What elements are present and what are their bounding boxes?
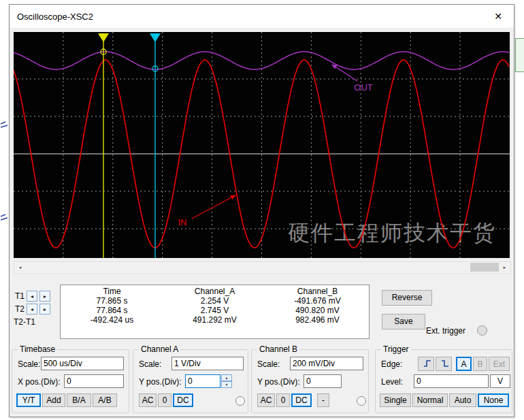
t2t1-label: T2-T1 xyxy=(14,317,35,327)
scroll-right-button[interactable]: ► xyxy=(499,262,510,272)
ba-mode-button[interactable]: B/A xyxy=(67,393,91,407)
table-cell: 2.254 V xyxy=(163,296,266,306)
scope-scrollbar[interactable]: ◄ ► xyxy=(14,261,511,274)
schematic-component xyxy=(515,38,524,72)
t2-label: T2 xyxy=(15,304,24,314)
channel-a-scale-input[interactable] xyxy=(171,357,244,370)
cursor-t1-handle-icon[interactable] xyxy=(98,33,109,42)
column-header-time: Time xyxy=(61,287,163,296)
ext-trigger-label: Ext. trigger xyxy=(426,326,465,336)
t1-left-button[interactable]: ◄ xyxy=(27,291,37,302)
trigger-level-input[interactable] xyxy=(414,374,489,388)
t2-right-button[interactable]: ► xyxy=(39,304,50,314)
channel-a-group: Channel A Scale: Y pos.(Div): ▲ ▼ AC 0 D… xyxy=(133,349,248,413)
falling-edge-icon xyxy=(440,359,450,368)
trigger-none-button[interactable]: None xyxy=(478,393,509,407)
table-cell: 2.745 V xyxy=(163,306,266,315)
scope-display: 硬件工程师技术干货 OUT IN xyxy=(14,32,510,258)
channel-b-scale-label: Scale: xyxy=(257,359,280,369)
window-title: Oscilloscope-XSC2 xyxy=(10,12,93,22)
channel-b-title: Channel B xyxy=(257,344,299,354)
title-bar[interactable]: Oscilloscope-XSC2 ✕ xyxy=(10,5,514,29)
add-mode-button[interactable]: Add xyxy=(42,393,65,407)
channel-b-dc-button[interactable]: DC xyxy=(291,393,312,407)
table-cell: -492.424 us xyxy=(61,315,163,325)
spinner-up-icon[interactable]: ▲ xyxy=(221,374,232,381)
trigger-group: Trigger Edge: A B Ext Level: V Single No… xyxy=(375,349,512,413)
table-cell: 490.820 mV xyxy=(266,306,369,315)
channel-a-ac-button[interactable]: AC xyxy=(139,393,157,407)
t2-left-button[interactable]: ◄ xyxy=(27,304,37,314)
falling-edge-button[interactable] xyxy=(436,357,452,371)
ext-trigger-indicator xyxy=(477,325,487,336)
channel-a-ypos-spinner: ▲ ▼ xyxy=(221,374,232,388)
channel-b-scale-input[interactable] xyxy=(290,357,363,370)
schematic-artifact xyxy=(1,214,8,222)
table-cell: -491.676 mV xyxy=(266,296,369,306)
timebase-scale-label: Scale: xyxy=(18,359,40,369)
timebase-scale-input[interactable] xyxy=(41,357,124,370)
scroll-left-button[interactable]: ◄ xyxy=(14,262,26,272)
ab-mode-button[interactable]: A/B xyxy=(93,393,117,407)
out-label: OUT xyxy=(354,82,373,93)
channel-b-zero-button[interactable]: 0 xyxy=(276,393,290,407)
trigger-source-b-button[interactable]: B xyxy=(473,357,487,371)
schematic-artifact xyxy=(1,121,8,129)
out-arrow-icon xyxy=(332,65,357,81)
rising-edge-button[interactable] xyxy=(418,357,434,371)
trigger-source-a-button[interactable]: A xyxy=(456,357,472,371)
channel-b-group: Channel B Scale: Y pos.(Div): AC 0 DC - xyxy=(251,349,369,413)
channel-b-indicator xyxy=(357,396,366,406)
column-header-channel-a: Channel_A xyxy=(163,287,266,296)
channel-a-ypos-input[interactable] xyxy=(185,374,220,388)
channel-a-title: Channel A xyxy=(139,344,180,354)
measurement-table: Time Channel_A Channel_B 77.865 s 2.254 … xyxy=(60,285,370,339)
table-cell: 77.864 s xyxy=(61,306,163,315)
trigger-source-ext-button[interactable]: Ext xyxy=(489,357,510,371)
yt-mode-button[interactable]: Y/T xyxy=(16,393,41,407)
screenshot-root: { "window": { "title": "Oscilloscope-XSC… xyxy=(0,0,524,420)
rising-edge-icon xyxy=(423,359,432,368)
table-cell: 491.292 mV xyxy=(163,315,266,325)
channel-a-scale-label: Scale: xyxy=(139,359,161,369)
channel-a-dc-button[interactable]: DC xyxy=(173,393,193,407)
table-cell: 77.865 s xyxy=(61,296,163,306)
save-button[interactable]: Save xyxy=(382,314,425,329)
table-cell: 982.496 mV xyxy=(266,315,369,325)
trigger-auto-button[interactable]: Auto xyxy=(449,393,476,407)
trigger-title: Trigger xyxy=(381,344,411,354)
in-arrow-icon xyxy=(192,195,235,219)
trigger-level-label: Level: xyxy=(381,377,403,387)
channel-a-indicator xyxy=(235,396,245,406)
t2-controls: T2 ◄ ► xyxy=(15,304,50,314)
channel-b-ypos-label: Y pos.(Div): xyxy=(257,377,299,387)
channel-b-ac-button[interactable]: AC xyxy=(257,393,275,407)
timebase-xpos-label: X pos.(Div): xyxy=(18,377,61,387)
scrollbar-thumb[interactable] xyxy=(470,263,499,272)
close-button[interactable]: ✕ xyxy=(482,5,514,28)
cursor-t2[interactable] xyxy=(150,33,161,258)
trigger-single-button[interactable]: Single xyxy=(380,393,411,407)
scope-canvas: 硬件工程师技术干货 OUT IN xyxy=(14,32,510,258)
channel-b-ypos-input[interactable] xyxy=(304,374,342,388)
timebase-group: Timebase Scale: X pos.(Div): Y/T Add B/A… xyxy=(12,349,129,413)
timebase-title: Timebase xyxy=(18,344,57,354)
trigger-edge-label: Edge: xyxy=(381,359,402,369)
t1-label: T1 xyxy=(15,291,24,301)
t1-controls: T1 ◄ ► xyxy=(15,291,50,302)
reverse-button[interactable]: Reverse xyxy=(382,290,432,306)
oscilloscope-window: Oscilloscope-XSC2 ✕ 硬件工程师技术干货 xyxy=(9,4,514,417)
trigger-level-unit: V xyxy=(490,374,510,388)
spinner-down-icon[interactable]: ▼ xyxy=(221,381,232,388)
t1-right-button[interactable]: ► xyxy=(39,291,50,302)
trigger-normal-button[interactable]: Normal xyxy=(412,393,448,407)
column-header-channel-b: Channel_B xyxy=(266,287,369,296)
cursor-t2-handle-icon[interactable] xyxy=(150,33,161,42)
channel-a-zero-button[interactable]: 0 xyxy=(158,393,171,407)
timebase-xpos-input[interactable] xyxy=(64,374,124,388)
channel-b-minus-button[interactable]: - xyxy=(317,393,329,407)
channel-a-ypos-label: Y pos.(Div): xyxy=(139,377,181,387)
in-label: IN xyxy=(178,217,187,227)
